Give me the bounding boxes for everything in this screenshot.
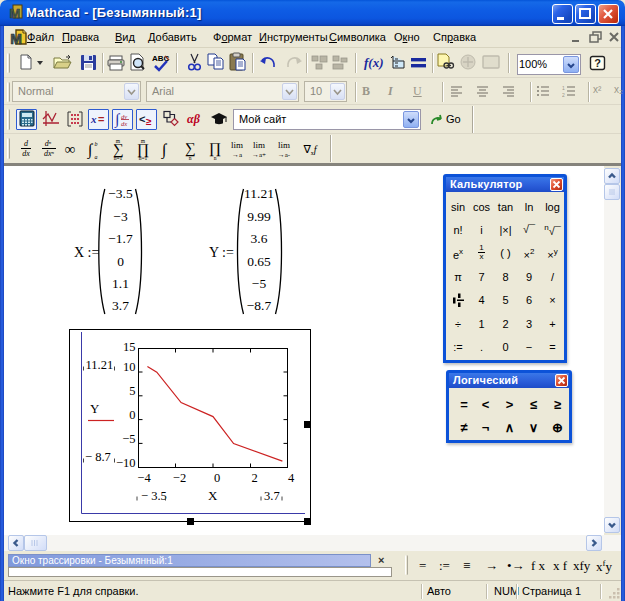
svg-text:lim: lim — [231, 140, 243, 150]
svg-text:dx: dx — [22, 149, 30, 158]
svg-text:15: 15 — [123, 340, 136, 354]
svg-text:11.21: 11.21 — [86, 358, 114, 372]
svg-text:→a-: →a- — [278, 151, 291, 159]
svg-text:0.65: 0.65 — [247, 254, 271, 269]
svg-text:αβ: αβ — [187, 112, 201, 126]
svg-text:1: 1 — [562, 85, 565, 91]
svg-text:<: < — [139, 113, 145, 125]
svg-text:−5: −5 — [122, 432, 135, 446]
svg-text:∞: ∞ — [65, 141, 76, 157]
svg-text:−8.7: −8.7 — [247, 298, 272, 313]
svg-text:− 8.7: − 8.7 — [85, 450, 111, 464]
svg-text:b: b — [95, 141, 98, 147]
svg-text:f(x): f(x) — [364, 55, 384, 70]
svg-text:lim: lim — [253, 140, 265, 150]
svg-text:∫: ∫ — [161, 141, 168, 160]
svg-text:a: a — [95, 154, 98, 160]
svg-text:3.7: 3.7 — [112, 298, 129, 313]
svg-text:3.7: 3.7 — [264, 489, 280, 503]
svg-text:dn: dn — [45, 139, 52, 148]
svg-text:11.21: 11.21 — [244, 186, 274, 201]
svg-text:10: 10 — [123, 360, 136, 374]
svg-text:−1.7: −1.7 — [108, 231, 133, 246]
svg-text:0: 0 — [214, 471, 220, 485]
svg-text:M: M — [10, 6, 21, 20]
svg-text:3.6: 3.6 — [251, 231, 268, 246]
svg-text:n=1: n=1 — [139, 155, 148, 161]
svg-text:− 3.5: − 3.5 — [141, 489, 167, 503]
svg-text:≥: ≥ — [146, 116, 152, 127]
svg-text:9.99: 9.99 — [247, 209, 271, 224]
svg-text:X: X — [208, 488, 218, 503]
svg-text:n: n — [189, 155, 192, 161]
svg-text:Y: Y — [90, 401, 100, 416]
svg-text:0: 0 — [117, 254, 124, 269]
svg-text:d: d — [24, 139, 29, 148]
svg-text:2: 2 — [251, 471, 257, 485]
svg-text:dx: dx — [121, 120, 127, 127]
svg-text:dxn: dxn — [44, 149, 55, 158]
svg-text:=: = — [98, 113, 104, 125]
svg-text:−2: −2 — [173, 471, 186, 485]
svg-text:Y :=: Y := — [209, 245, 234, 260]
svg-text:0: 0 — [129, 408, 135, 422]
svg-text:→a: →a — [232, 151, 243, 159]
svg-text:−10: −10 — [116, 456, 136, 470]
svg-text:n=1: n=1 — [114, 155, 123, 161]
svg-text:→a+: →a+ — [252, 151, 266, 159]
svg-text:−4: −4 — [137, 471, 151, 485]
svg-text:?: ? — [594, 57, 601, 69]
svg-text:4: 4 — [288, 471, 295, 485]
svg-text:n: n — [214, 155, 217, 161]
svg-text:−5: −5 — [252, 276, 267, 291]
svg-text:X :=: X := — [74, 245, 100, 260]
svg-text:−3.5: −3.5 — [108, 186, 133, 201]
svg-text:∫: ∫ — [114, 111, 121, 128]
svg-text:−3: −3 — [113, 209, 128, 224]
svg-text:lim: lim — [278, 140, 290, 150]
svg-text:dy: dy — [121, 113, 127, 120]
svg-text:∇xf: ∇xf — [302, 143, 317, 156]
svg-text:∫: ∫ — [87, 141, 94, 160]
svg-text:M: M — [10, 31, 22, 46]
svg-text:2: 2 — [562, 92, 565, 98]
svg-text:1.1: 1.1 — [112, 276, 129, 291]
svg-text:x: x — [90, 113, 97, 125]
svg-text:5: 5 — [129, 384, 135, 398]
